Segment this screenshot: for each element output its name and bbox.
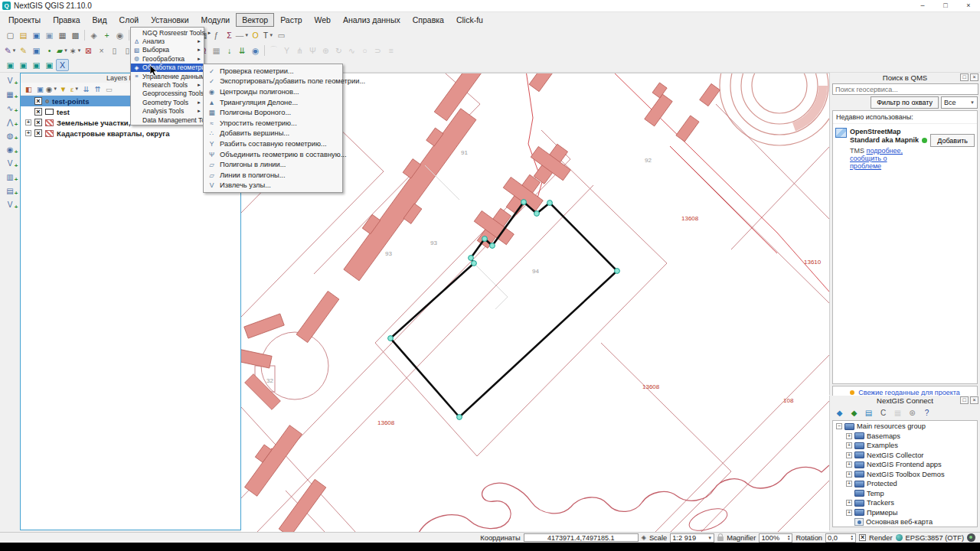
- import-raster-to-ngw-icon[interactable]: ▣: [17, 59, 30, 71]
- vertex-marker[interactable]: [457, 415, 462, 420]
- save-project-as-icon[interactable]: ▣: [43, 29, 56, 41]
- connect-close-button[interactable]: ×: [970, 396, 978, 404]
- menubar-item-web[interactable]: Web: [309, 13, 337, 27]
- layer-visibility-checkbox[interactable]: ×: [34, 97, 42, 105]
- expander-icon[interactable]: +: [846, 461, 852, 468]
- add-mesh-layer-icon[interactable]: ∿: [4, 103, 17, 114]
- layout-manager-icon[interactable]: ▩: [69, 29, 82, 41]
- menubar-item-установки[interactable]: Установки: [145, 13, 194, 27]
- scale-combo[interactable]: 1:2 919 ▼: [670, 533, 714, 543]
- fresh-geodata-link[interactable]: Свежие геоданные для проекта: [858, 389, 960, 396]
- add-delimited-text-layer-icon[interactable]: ⋀: [4, 116, 17, 128]
- add-group-icon[interactable]: ▣: [34, 83, 46, 94]
- menubar-item-анализ-данных[interactable]: Анализ данных: [337, 13, 407, 27]
- submenu-item-центроиды-полигонов[interactable]: ◉Центроиды полигонов...: [204, 86, 342, 97]
- lock-scale-icon[interactable]: [717, 536, 724, 541]
- close-button[interactable]: ×: [957, 0, 980, 12]
- submenu-item-полигоны-в-линии[interactable]: ▱Полигоны в линии...: [204, 159, 342, 170]
- expander-icon[interactable]: +: [846, 481, 852, 487]
- import-to-ngw-icon[interactable]: ▤: [862, 407, 875, 419]
- connect-float-button[interactable]: □: [960, 396, 969, 404]
- menubar-item-вид[interactable]: Вид: [87, 13, 113, 27]
- open-layer-styling-icon[interactable]: ◧: [23, 83, 34, 94]
- new-project-icon[interactable]: ▢: [4, 29, 17, 41]
- service-details-link[interactable]: подробнее,: [867, 147, 903, 155]
- service-report-link[interactable]: сообщить о проблеме: [850, 155, 887, 170]
- vertex-marker[interactable]: [472, 261, 477, 266]
- vertex-marker[interactable]: [490, 243, 495, 249]
- menubar-item-справка[interactable]: Справка: [407, 13, 450, 27]
- expand-all-icon[interactable]: ⇊: [80, 83, 92, 94]
- tree-item-basemaps[interactable]: +Basemaps: [833, 432, 977, 442]
- add-wfs-layer-icon[interactable]: ▤: [4, 185, 17, 197]
- qms-service-item[interactable]: OpenStreetMap Standard aka Mapnik TMS по…: [833, 124, 977, 174]
- tree-item-examples[interactable]: +Examples: [833, 441, 977, 451]
- menu-item-geometry-tools[interactable]: Geometry Tools►: [131, 98, 204, 106]
- spinner-arrows-icon[interactable]: ▲▼: [851, 535, 854, 541]
- collapse-all-icon[interactable]: ⇈: [92, 83, 103, 94]
- minimize-button[interactable]: –: [911, 0, 934, 12]
- expander-icon[interactable]: −: [836, 423, 842, 429]
- tree-item-temp[interactable]: Temp: [833, 489, 977, 499]
- field-calculator-icon[interactable]: ƒ: [210, 29, 223, 41]
- vertex-marker[interactable]: [534, 211, 540, 217]
- download-features-icon[interactable]: ↓: [223, 44, 236, 57]
- vertex-marker[interactable]: [521, 200, 527, 205]
- new-print-layout-icon[interactable]: ▦: [56, 29, 69, 41]
- open-project-icon[interactable]: ▤: [17, 29, 30, 41]
- menubar-item-click-fu[interactable]: Click-fu: [450, 13, 489, 27]
- menubar-item-растр[interactable]: Растр: [274, 13, 308, 27]
- copy-features-icon[interactable]: ▯: [108, 44, 121, 57]
- layer-visibility-checkbox[interactable]: ×: [34, 119, 42, 126]
- tree-item-protected[interactable]: +Protected: [833, 479, 977, 489]
- expander-icon[interactable]: +: [25, 119, 31, 126]
- submenu-item-добавить-вершины[interactable]: ∴Добавить вершины...: [204, 129, 342, 139]
- add-wms-layer-icon[interactable]: ▥: [4, 171, 17, 183]
- processing-toolbox-icon[interactable]: X: [56, 59, 69, 71]
- qms-close-button[interactable]: ×: [970, 73, 978, 81]
- crs-button[interactable]: EPSG:3857 (OTF): [906, 534, 964, 542]
- coordinates-input[interactable]: 4173971.4,7497185.1: [524, 533, 639, 542]
- vertex-marker[interactable]: [469, 256, 474, 261]
- expander-icon[interactable]: +: [846, 433, 852, 439]
- import-vector-to-ngw-icon[interactable]: ▣: [4, 59, 17, 71]
- add-ngw-vector-layer-icon[interactable]: ▣: [30, 59, 43, 71]
- filter-by-expression-icon[interactable]: ε▼: [69, 83, 80, 94]
- menubar-item-правка[interactable]: Правка: [47, 13, 86, 27]
- connect-help-icon[interactable]: ?: [920, 407, 933, 419]
- render-checkbox[interactable]: ×: [859, 534, 866, 541]
- text-annotation-icon[interactable]: T▼: [262, 29, 275, 41]
- menubar-item-проекты[interactable]: Проекты: [2, 13, 47, 27]
- submenu-item-экспортировать-добавить-поле-геометрии[interactable]: ✓Экспортировать/добавить поле геометрии.…: [204, 77, 342, 87]
- qms-type-select[interactable]: Все ▼: [941, 96, 978, 109]
- save-layer-edits-icon[interactable]: ▣: [30, 44, 43, 57]
- add-raster-layer-icon[interactable]: ▦: [4, 89, 17, 100]
- grid-options-icon[interactable]: ▦: [210, 44, 223, 57]
- add-point-feature-icon[interactable]: •: [43, 44, 56, 57]
- pan-to-selection-icon[interactable]: +: [100, 29, 113, 41]
- zoom-to-selection-icon[interactable]: ◉: [249, 44, 262, 57]
- layer-visibility-checkbox[interactable]: ×: [34, 108, 42, 116]
- measure-line-icon[interactable]: —▼: [236, 29, 249, 41]
- delete-selected-icon[interactable]: ⊠: [82, 44, 95, 57]
- add-to-qgis-icon[interactable]: ◆: [848, 407, 861, 419]
- layer-visibility-checkbox[interactable]: ×: [34, 129, 42, 137]
- menubar-item-вектор[interactable]: Вектор: [236, 13, 274, 27]
- pan-map-icon[interactable]: ◈: [87, 29, 100, 41]
- submenu-item-линии-в-полигоны[interactable]: ▱Линии в полигоны...: [204, 170, 342, 181]
- add-virtual-layer-icon[interactable]: V: [4, 158, 17, 169]
- filter-legend-icon[interactable]: ▼: [57, 83, 69, 94]
- menu-item-управление-данными[interactable]: ≡Управление данными►: [131, 72, 204, 80]
- tree-item-nextgis-collector[interactable]: +NextGIS Collector: [833, 451, 977, 461]
- vertex-marker[interactable]: [388, 336, 394, 341]
- expander-icon[interactable]: +: [846, 452, 852, 458]
- expander-icon[interactable]: +: [846, 510, 852, 516]
- cut-features-icon[interactable]: ×: [95, 44, 108, 57]
- vertex-marker[interactable]: [547, 201, 553, 206]
- form-annotation-icon[interactable]: ▭: [275, 29, 288, 41]
- extents-icon[interactable]: ◈: [642, 534, 646, 541]
- submenu-item-разбить-составную-геометрию[interactable]: YРазбить составную геометрию...: [204, 139, 342, 149]
- connect-settings-icon[interactable]: ⊛: [906, 407, 919, 419]
- tree-item-main-resources-group[interactable]: −Main resources group: [833, 422, 977, 432]
- submenu-item-проверка-геометрии[interactable]: ✓Проверка геометрии...: [204, 66, 342, 77]
